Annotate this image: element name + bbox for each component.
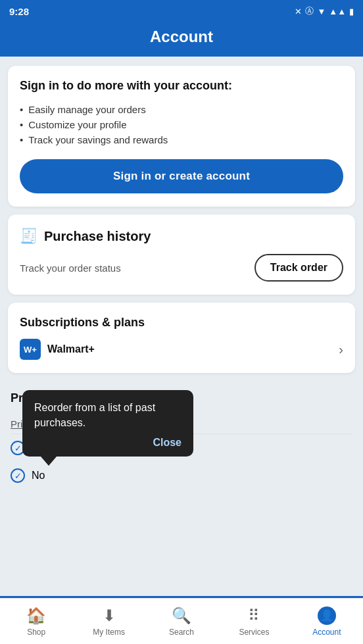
notification-icon: ✕ — [295, 7, 302, 16]
my-items-icon: ⬇ — [103, 607, 116, 625]
status-icons: ✕ Ⓐ ▼ ▲▲ ▮ — [295, 5, 354, 17]
chevron-right-icon: › — [339, 342, 343, 357]
tooltip-close-button[interactable]: Close — [34, 437, 182, 449]
notifications-item: ✓ No — [11, 462, 352, 489]
content-wrapper: Sign in to do more with your account: Ea… — [8, 66, 355, 542]
purchase-card-row: Track your order status Track order — [20, 254, 343, 282]
signin-button[interactable]: Sign in or create account — [20, 159, 343, 193]
page-header: Account — [0, 21, 363, 57]
wifi-icon: ▼ — [317, 7, 326, 16]
services-icon: ⠿ — [248, 607, 260, 625]
purchase-card-header: 🧾 Purchase history — [20, 228, 343, 245]
tooltip-overlay: Reorder from a list of past purchases. C… — [22, 390, 193, 457]
benefit-item-1: Easily manage your orders — [20, 102, 343, 117]
purchase-history-title: Purchase history — [44, 229, 151, 244]
nav-my-items[interactable]: ⬇ My Items — [72, 601, 145, 642]
status-bar: 9:28 ✕ Ⓐ ▼ ▲▲ ▮ — [0, 0, 363, 21]
notifications-label: No — [32, 470, 45, 482]
account-avatar-symbol: 👤 — [320, 609, 333, 622]
purchase-history-card: 🧾 Purchase history Track your order stat… — [8, 214, 355, 295]
benefit-item-2: Customize your profile — [20, 117, 343, 132]
nav-search[interactable]: 🔍 Search — [145, 601, 218, 642]
nav-account[interactable]: 👤 Account — [291, 601, 363, 642]
nav-search-label: Search — [169, 628, 194, 637]
purchase-card-subtitle: Track your order status — [20, 262, 121, 274]
page-title: Account — [0, 28, 363, 46]
tooltip-arrow — [41, 457, 57, 466]
tooltip-text: Reorder from a list of past purchases. — [34, 401, 182, 430]
walmart-plus-logo-text: W+ — [24, 345, 37, 355]
check-icon-2: ✓ — [11, 468, 25, 483]
subscriptions-title: Subscriptions & plans — [20, 316, 343, 330]
benefit-item-3: Track your savings and rewards — [20, 132, 343, 147]
walmart-plus-name: Walmart+ — [47, 343, 95, 355]
purchase-history-icon: 🧾 — [20, 228, 37, 245]
bottom-nav: 🏠 Shop ⬇ My Items 🔍 Search ⠿ Services 👤 … — [0, 598, 363, 644]
main-content: Sign in to do more with your account: Ea… — [0, 57, 363, 596]
benefits-list: Easily manage your orders Customize your… — [20, 102, 343, 147]
shop-icon: 🏠 — [26, 607, 46, 625]
walmart-plus-logo: W+ — [20, 339, 41, 360]
account-avatar-icon: 👤 — [318, 607, 336, 625]
signal-icon: ▲▲ — [329, 7, 346, 16]
status-time: 9:28 — [9, 6, 29, 17]
search-icon: 🔍 — [172, 607, 191, 625]
walmart-plus-left: W+ Walmart+ — [20, 339, 95, 360]
track-order-button[interactable]: Track order — [254, 254, 343, 282]
nav-services-label: Services — [239, 628, 269, 637]
walmart-plus-row[interactable]: W+ Walmart+ › — [20, 339, 343, 360]
nav-shop[interactable]: 🏠 Shop — [0, 601, 72, 642]
nav-my-items-label: My Items — [93, 628, 125, 637]
battery-icon: ▮ — [349, 7, 354, 16]
signin-card: Sign in to do more with your account: Ea… — [8, 66, 355, 207]
tooltip-box: Reorder from a list of past purchases. C… — [22, 390, 193, 457]
signin-title: Sign in to do more with your account: — [20, 79, 343, 93]
nav-shop-label: Shop — [27, 628, 45, 637]
accessibility-icon: Ⓐ — [305, 5, 314, 17]
nav-account-label: Account — [312, 628, 341, 637]
subscriptions-card: Subscriptions & plans W+ Walmart+ › — [8, 303, 355, 373]
nav-services[interactable]: ⠿ Services — [218, 601, 290, 642]
